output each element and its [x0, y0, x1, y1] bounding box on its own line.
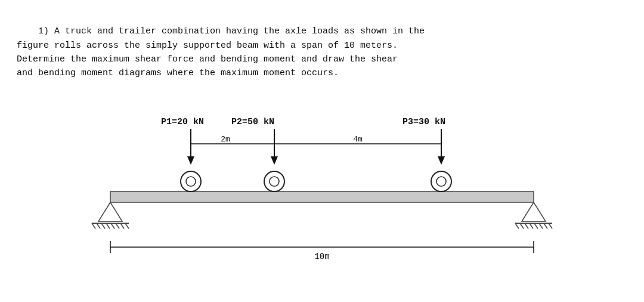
beam-rect	[110, 192, 534, 202]
left-hatch-6	[116, 223, 119, 229]
support-inner-p1	[186, 177, 196, 186]
right-hatch-4	[530, 223, 533, 229]
support-inner-p2	[270, 177, 279, 186]
left-hatch-8	[125, 223, 129, 229]
left-support-triangle	[98, 202, 122, 221]
right-hatch-5	[534, 223, 538, 229]
left-hatch-5	[111, 223, 114, 229]
left-hatch-2	[97, 223, 100, 229]
right-support-triangle	[522, 202, 546, 221]
right-hatch-8	[549, 223, 552, 229]
text-line3: Determine the maximum shear force and be…	[17, 54, 398, 64]
right-hatch-7	[544, 223, 547, 229]
diagram-svg: P1=20 kN P2=50 kN P3=30 kN 2m 4m	[66, 111, 578, 284]
left-hatch-7	[120, 223, 124, 229]
text-line4: and bending moment diagrams where the ma…	[17, 68, 339, 78]
load-label-p1: P1=20 kN	[161, 117, 204, 127]
left-hatch-4	[106, 223, 110, 229]
dim-label-10m: 10m	[314, 252, 329, 261]
dim-label-2m: 2m	[221, 135, 230, 144]
text-line2: figure rolls across the simply supported…	[17, 41, 398, 51]
diagram-area: P1=20 kN P2=50 kN P3=30 kN 2m 4m	[66, 111, 578, 284]
arrow-head-p2	[271, 156, 278, 165]
support-inner-p3	[436, 177, 446, 186]
left-hatch-1	[92, 223, 95, 229]
problem-text: 1) A truck and trailer combination havin…	[17, 11, 627, 94]
right-hatch-2	[520, 223, 524, 229]
dim-label-4m: 4m	[353, 135, 363, 144]
arrow-head-p1	[187, 156, 194, 165]
load-label-p2: P2=50 kN	[231, 117, 274, 127]
load-label-p3: P3=30 kN	[402, 117, 445, 127]
right-hatch-6	[539, 223, 543, 229]
text-line1: 1) A truck and trailer combination havin…	[38, 26, 425, 36]
right-hatch-1	[515, 223, 519, 229]
page: 1) A truck and trailer combination havin…	[0, 0, 644, 302]
left-hatch-3	[101, 223, 105, 229]
right-hatch-3	[525, 223, 528, 229]
arrow-head-p3	[438, 156, 445, 165]
